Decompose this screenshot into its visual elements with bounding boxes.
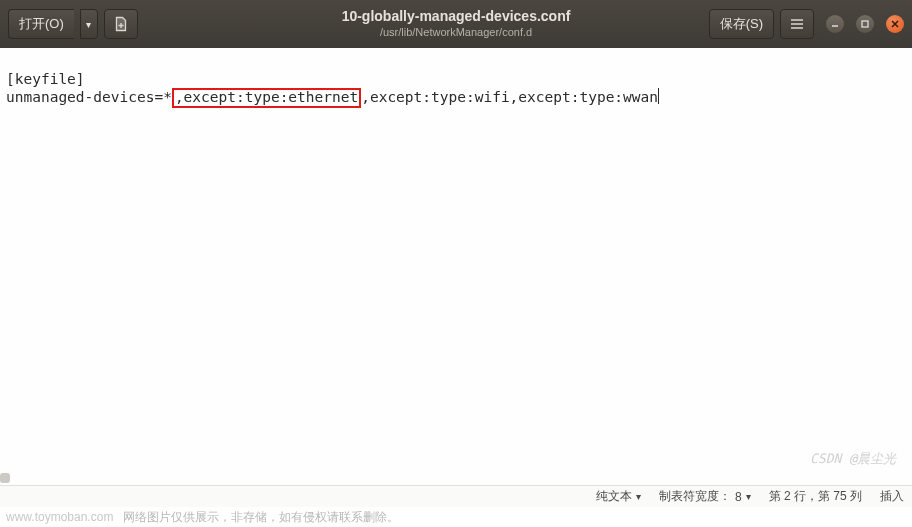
syntax-selector[interactable]: 纯文本▾ xyxy=(596,488,641,505)
open-button[interactable]: 打开(O) xyxy=(8,9,74,39)
minimize-icon xyxy=(830,19,840,29)
hamburger-menu-button[interactable] xyxy=(780,9,814,39)
open-dropdown[interactable]: ▾ xyxy=(80,9,98,39)
scrollbar-thumb[interactable] xyxy=(0,473,10,483)
titlebar-left: 打开(O) ▾ xyxy=(8,9,138,39)
window-title: 10-globally-managed-devices.conf xyxy=(342,8,571,26)
save-button[interactable]: 保存(S) xyxy=(709,9,774,39)
document-plus-icon xyxy=(113,16,129,32)
window-close[interactable] xyxy=(886,15,904,33)
new-document-button[interactable] xyxy=(104,9,138,39)
chevron-down-icon: ▾ xyxy=(636,491,641,502)
insert-mode[interactable]: 插入 xyxy=(880,488,904,505)
editor-area[interactable]: [keyfile] unmanaged-devices=*,except:typ… xyxy=(0,48,912,485)
window-subtitle: /usr/lib/NetworkManager/conf.d xyxy=(342,26,571,40)
svg-rect-0 xyxy=(862,21,868,27)
page-footer: www.toymoban.com 网络图片仅供展示，非存储，如有侵权请联系删除。 xyxy=(0,507,912,527)
footer-note: 网络图片仅供展示，非存储，如有侵权请联系删除。 xyxy=(123,509,399,526)
text-caret xyxy=(658,88,659,104)
horizontal-scrollbar[interactable] xyxy=(0,471,912,485)
title-area: 10-globally-managed-devices.conf /usr/li… xyxy=(342,8,571,39)
window-maximize[interactable] xyxy=(856,15,874,33)
code-line-2-prefix: unmanaged-devices=* xyxy=(6,89,172,105)
footer-domain: www.toymoban.com xyxy=(6,510,113,524)
maximize-icon xyxy=(860,19,870,29)
code-line-2-suffix: ,except:type:wifi,except:type:wwan xyxy=(361,89,658,105)
menu-icon xyxy=(789,16,805,32)
statusbar: 纯文本▾ 制表符宽度：8▾ 第 2 行，第 75 列 插入 xyxy=(0,485,912,507)
cursor-position[interactable]: 第 2 行，第 75 列 xyxy=(769,488,862,505)
titlebar-right: 保存(S) xyxy=(709,9,904,39)
chevron-down-icon: ▾ xyxy=(746,491,751,502)
watermark-text: CSDN @晨尘光 xyxy=(810,451,896,467)
close-icon xyxy=(890,19,900,29)
highlighted-text: ,except:type:ethernet xyxy=(172,88,361,108)
window-minimize[interactable] xyxy=(826,15,844,33)
chevron-down-icon: ▾ xyxy=(86,19,91,30)
tabwidth-selector[interactable]: 制表符宽度：8▾ xyxy=(659,488,751,505)
titlebar: 打开(O) ▾ 10-globally-managed-devices.conf… xyxy=(0,0,912,48)
code-line-1: [keyfile] xyxy=(6,71,85,87)
